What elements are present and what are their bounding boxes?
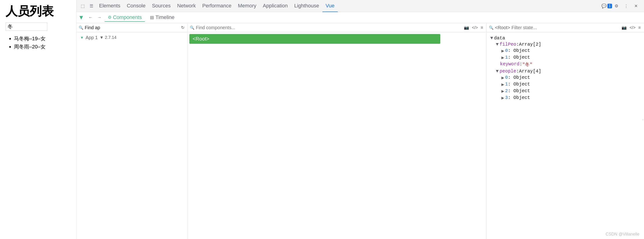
- toolbar-right: 💬 1 ⚙ ⋮ ✕: [602, 2, 642, 10]
- timeline-icon: ▤: [150, 15, 154, 20]
- vue-toolbar: ▼ ← → ⚙ Components ▤ Timeline: [76, 12, 644, 23]
- filpeo-0-arrow[interactable]: ▶: [502, 48, 504, 54]
- close-btn[interactable]: ✕: [632, 2, 640, 10]
- screenshot-action-btn[interactable]: 📷: [463, 24, 470, 30]
- filpeo-0-colon: : Object: [508, 48, 530, 53]
- people-0-row: ▶ 0 : Object: [490, 74, 640, 81]
- data-label: data: [494, 36, 505, 41]
- people-key: people: [500, 68, 516, 74]
- filpeo-1-colon: : Object: [508, 55, 530, 60]
- code-action-btn[interactable]: </>: [471, 25, 479, 30]
- state-panel: 🔍 <Root> 📷 </> ≡ ▼ data: [486, 23, 644, 239]
- tab-lighthouse[interactable]: Lighthouse: [291, 0, 322, 12]
- component-version: ▼ 2.7.14: [100, 35, 116, 40]
- inspect-element-btn[interactable]: ⬚: [78, 2, 87, 10]
- people-2-key: 2: [505, 88, 508, 94]
- tab-vue[interactable]: Vue: [322, 0, 338, 12]
- state-header: 🔍 <Root> 📷 </> ≡: [486, 23, 644, 32]
- filpeo-1-row: ▶ 1 : Object: [490, 54, 640, 61]
- state-settings-btn[interactable]: ≡: [637, 25, 642, 30]
- filpeo-key: filPeo: [500, 42, 516, 47]
- people-3-row: ▶ 3 : Object: [490, 94, 640, 101]
- people-1-arrow[interactable]: ▶: [502, 82, 504, 87]
- component-item-app[interactable]: ▼ App 1 ▼ 2.7.14: [76, 34, 187, 41]
- filpeo-0-row: ▶ 0 : Object: [490, 48, 640, 54]
- settings-btn[interactable]: ⚙: [612, 2, 620, 10]
- people-2-row: ▶ 2 : Object: [490, 88, 640, 94]
- list-item: 周冬雨–20–女: [14, 42, 70, 51]
- tab-performance[interactable]: Performance: [199, 0, 235, 12]
- data-collapse-arrow[interactable]: ▼: [490, 36, 493, 41]
- data-header-row: ▼ data: [490, 35, 640, 41]
- people-3-colon: : Object: [508, 95, 530, 100]
- tab-elements[interactable]: Elements: [96, 0, 124, 12]
- tree-search-input[interactable]: [85, 25, 179, 30]
- tab-application[interactable]: Application: [260, 0, 291, 12]
- people-0-arrow[interactable]: ▶: [502, 75, 504, 80]
- tab-network[interactable]: Network: [174, 0, 199, 12]
- root-node[interactable]: <Root>: [189, 34, 440, 44]
- component-list: ▼ App 1 ▼ 2.7.14: [76, 32, 187, 239]
- keyword-row: keyword : "冬": [490, 61, 640, 68]
- state-code-btn[interactable]: </>: [628, 25, 636, 30]
- people-2-arrow[interactable]: ▶: [502, 88, 504, 94]
- filpeo-colon: :: [516, 42, 519, 47]
- people-collapse-arrow[interactable]: ▼: [496, 68, 499, 74]
- devtools-panel: ⬚ ☰ Elements Console Sources Network Per…: [76, 0, 644, 239]
- filpeo-type: Array[2]: [519, 42, 541, 47]
- filpeo-1-key: 1: [505, 55, 508, 60]
- list-item: 马冬梅–19–女: [14, 34, 70, 42]
- app-title: 人员列表: [6, 5, 70, 18]
- components-icon: ⚙: [108, 15, 112, 20]
- filpeo-1-arrow[interactable]: ▶: [502, 55, 504, 60]
- people-3-key: 3: [505, 95, 508, 100]
- people-1-colon: : Object: [508, 82, 530, 87]
- state-content: ▼ data ▼ filPeo : Array[2] ▶ 0 : Object: [486, 32, 644, 239]
- refresh-btn[interactable]: ↻: [180, 24, 185, 30]
- people-2-colon: : Object: [508, 88, 530, 94]
- find-components-search-icon: 🔍: [190, 26, 194, 30]
- keyword-colon: :: [520, 61, 522, 67]
- tree-content: <Root>: [188, 32, 486, 239]
- filpeo-collapse-arrow[interactable]: ▼: [496, 42, 499, 47]
- find-components-input[interactable]: [196, 25, 462, 30]
- root-tag-label: <Root>: [495, 25, 510, 30]
- notification-btn[interactable]: 💬 1: [602, 2, 611, 10]
- people-colon: :: [516, 68, 519, 74]
- component-tree-panel: 🔍 ↻ ▼ App 1 ▼ 2.7.14: [76, 23, 188, 239]
- tab-sources[interactable]: Sources: [148, 0, 174, 12]
- filpeo-row: ▼ filPeo : Array[2]: [490, 41, 640, 48]
- tab-timeline[interactable]: ▤ Timeline: [147, 14, 178, 22]
- search-icon: 🔍: [79, 26, 83, 30]
- app-panel: 人员列表 马冬梅–19–女 周冬雨–20–女: [0, 0, 76, 239]
- state-filter-input[interactable]: [512, 25, 620, 30]
- state-header-actions: 📷 </> ≡: [620, 24, 642, 30]
- more-btn[interactable]: ⋮: [622, 2, 630, 10]
- tab-memory[interactable]: Memory: [235, 0, 260, 12]
- filpeo-0-key: 0: [505, 48, 508, 53]
- people-type: Array[4]: [519, 68, 541, 74]
- people-row: ▼ people : Array[4]: [490, 68, 640, 74]
- devtools-toolbar: ⬚ ☰ Elements Console Sources Network Per…: [76, 0, 644, 12]
- tree-center-panel: 🔍 📷 </> ≡ <Root> ‹: [188, 23, 486, 239]
- back-btn[interactable]: ←: [87, 14, 94, 21]
- people-0-colon: : Object: [508, 75, 530, 80]
- toolbar-tabs: Elements Console Sources Network Perform…: [96, 0, 602, 12]
- vue-v-icon: ▼: [80, 36, 84, 40]
- keyword-value: "冬": [522, 61, 532, 68]
- people-3-arrow[interactable]: ▶: [502, 95, 504, 101]
- component-name: App 1: [86, 35, 98, 40]
- app-search-input[interactable]: [6, 22, 47, 31]
- device-toolbar-btn[interactable]: ☰: [87, 2, 96, 10]
- collapse-handle[interactable]: ‹: [642, 23, 644, 239]
- tab-console[interactable]: Console: [124, 0, 149, 12]
- forward-btn[interactable]: →: [96, 14, 103, 21]
- people-1-key: 1: [505, 82, 508, 87]
- tree-header: 🔍 📷 </> ≡: [188, 23, 486, 32]
- keyword-key: keyword: [500, 61, 520, 67]
- tab-components[interactable]: ⚙ Components: [105, 14, 145, 22]
- state-screenshot-btn[interactable]: 📷: [620, 24, 628, 30]
- settings-action-btn[interactable]: ≡: [480, 25, 484, 30]
- app-list: 马冬梅–19–女 周冬雨–20–女: [6, 34, 70, 51]
- devtools-main: 🔍 ↻ ▼ App 1 ▼ 2.7.14 🔍 📷 </> ≡: [76, 23, 644, 239]
